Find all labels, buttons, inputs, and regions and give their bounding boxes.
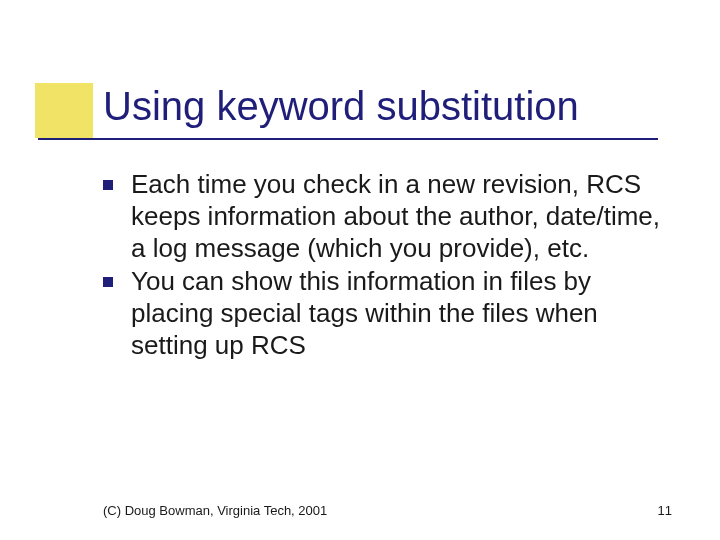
list-item: Each time you check in a new revision, R…: [103, 168, 665, 265]
slide-title: Using keyword substitution: [103, 84, 579, 129]
slide: Using keyword substitution Each time you…: [0, 0, 720, 540]
footer-copyright: (C) Doug Bowman, Virginia Tech, 2001: [103, 503, 327, 518]
square-bullet-icon: [103, 277, 113, 287]
bullet-text: Each time you check in a new revision, R…: [131, 168, 665, 265]
square-bullet-icon: [103, 180, 113, 190]
footer-page-number: 11: [658, 503, 672, 518]
title-accent-box: [35, 83, 93, 138]
bullet-text: You can show this information in files b…: [131, 265, 665, 362]
list-item: You can show this information in files b…: [103, 265, 665, 362]
title-underline: [38, 138, 658, 140]
slide-body: Each time you check in a new revision, R…: [103, 168, 665, 361]
